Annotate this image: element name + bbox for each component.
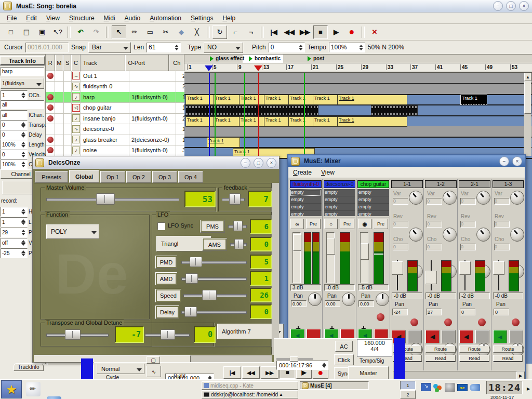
col-mute[interactable]: M	[55, 55, 64, 71]
fader-track[interactable]	[326, 232, 335, 283]
master-button[interactable]: Master	[348, 366, 389, 379]
var-send-knob[interactable]	[476, 191, 490, 205]
length-spinner[interactable]: 100%	[1, 140, 28, 150]
mute-icon[interactable]: ◀	[459, 330, 473, 343]
col-solo[interactable]: S	[63, 55, 71, 71]
midi-part[interactable]: Track 1	[288, 95, 315, 105]
col-channel[interactable]: Ch	[169, 55, 184, 71]
pan-spinner[interactable]: -25	[1, 248, 28, 258]
record-dot[interactable]	[47, 147, 54, 153]
speed-slider[interactable]	[183, 290, 247, 299]
ichan-field[interactable]: all	[1, 110, 28, 120]
midi-part[interactable]: Track 1	[207, 137, 240, 148]
track-oport[interactable]	[129, 71, 176, 82]
forward-icon[interactable]: ▶▶	[261, 366, 278, 379]
tempo-slider[interactable]	[276, 356, 313, 360]
record-dot[interactable]	[47, 115, 54, 122]
minimize-button[interactable]: −	[493, 1, 503, 11]
panel-hide-arrow-icon[interactable]: ▶	[527, 387, 530, 391]
fader-handle[interactable]	[459, 261, 471, 275]
mixer-menu-create[interactable]: Create	[288, 168, 316, 177]
slider-handle[interactable]	[290, 356, 298, 362]
route-button[interactable]: Route	[459, 345, 489, 353]
record-mode-combo[interactable]: Normal	[97, 364, 144, 374]
midi-part[interactable]: Track 1	[185, 116, 216, 127]
record-dot[interactable]	[47, 104, 54, 111]
screenshot-app-icon[interactable]: ✏	[26, 382, 41, 396]
start-menu-button[interactable]: ★	[1, 380, 22, 398]
slider-handle[interactable]	[161, 329, 175, 340]
minimize-button[interactable]: −	[499, 156, 509, 166]
var-send-knob[interactable]	[510, 191, 524, 205]
midi-part[interactable]: Track 1	[313, 95, 339, 105]
close-button[interactable]: ×	[519, 1, 529, 11]
marker-bar[interactable]: glass effect bombastic post	[184, 55, 532, 63]
marker-flag[interactable]	[249, 56, 252, 61]
col-oport[interactable]: O-Port	[125, 55, 169, 71]
scissors-tool-icon[interactable]: ✂	[158, 25, 173, 39]
route-button[interactable]: Route	[425, 345, 456, 353]
slider-handle[interactable]	[190, 257, 202, 267]
pencil-tool-icon[interactable]: ✏	[127, 25, 142, 39]
fader-handle[interactable]	[493, 261, 504, 275]
redo-icon[interactable]: ↷	[89, 25, 103, 39]
scroll-thumb[interactable]	[524, 82, 531, 114]
pan-knob[interactable]	[308, 292, 322, 306]
record-dot[interactable]	[47, 137, 54, 143]
task-muse[interactable]: MusE [4]	[300, 381, 369, 390]
track-name[interactable]: deicsonze-0	[81, 124, 129, 135]
strip-header[interactable]: 1-2	[425, 180, 457, 188]
time-spinner[interactable]: 000:16:17:96	[276, 361, 328, 370]
record-dot[interactable]	[377, 313, 384, 321]
compression-spinner[interactable]: 100%	[1, 159, 28, 169]
fader-handle[interactable]	[327, 238, 335, 255]
fader-handle[interactable]	[361, 243, 369, 260]
drum-part[interactable]	[185, 105, 318, 115]
velocity-spinner[interactable]: 0	[1, 150, 28, 159]
maximize-button[interactable]: □	[506, 1, 516, 11]
table-row[interactable]: ♪ insane banjo 1(fluidsynth-0) 2	[46, 113, 192, 124]
lfo-sync-checkbox[interactable]	[157, 222, 165, 230]
scroll-thumb[interactable]	[34, 355, 191, 363]
tab-global[interactable]: Global	[69, 170, 99, 183]
record-dot[interactable]	[512, 318, 520, 326]
deicsonze-vscrollbar[interactable]	[272, 183, 279, 355]
pre-button[interactable]: Pre	[374, 219, 388, 229]
slider-handle[interactable]	[233, 221, 243, 231]
och-spinner[interactable]: 1	[1, 90, 28, 100]
playhead-marker[interactable]	[205, 65, 213, 71]
track-name[interactable]: harp	[81, 92, 129, 103]
right-locator-marker[interactable]	[254, 65, 262, 71]
rack-slot[interactable]: empty	[357, 211, 389, 218]
col-class[interactable]: C	[71, 55, 81, 71]
pager-desktop-1[interactable]: 1	[400, 381, 416, 390]
slider-handle[interactable]	[234, 239, 244, 249]
rack-slot[interactable]: empty	[357, 204, 389, 211]
whats-this-icon[interactable]: ↖?	[50, 25, 65, 39]
ams-slider[interactable]	[230, 239, 247, 248]
desktop-pager[interactable]: 1 2	[400, 381, 416, 398]
track-name-field[interactable]: harp	[1, 67, 44, 76]
track-name[interactable]: insane banjo	[81, 113, 129, 124]
snap-combo[interactable]: Bar	[88, 42, 131, 53]
strip-header[interactable]: chop guitar	[357, 180, 389, 188]
len-spinner[interactable]: 61	[147, 43, 181, 52]
pitch-spinner[interactable]: 0	[269, 43, 305, 52]
slider-handle[interactable]	[184, 307, 197, 317]
rack-slot[interactable]: empty	[290, 189, 322, 196]
rack-slot[interactable]: empty	[290, 204, 322, 211]
scroll-right-icon[interactable]: ▶	[516, 371, 525, 380]
slider-handle[interactable]	[65, 329, 81, 340]
solo-icon[interactable]	[509, 330, 523, 343]
rev-send-knob[interactable]	[476, 228, 490, 242]
pointer-tool-icon[interactable]: ↖	[112, 25, 126, 39]
task-kate[interactable]: midiseq.cpp - Kate	[202, 381, 298, 390]
midi-part[interactable]: Track 1	[264, 95, 290, 105]
canvas-row-out1[interactable]	[184, 73, 532, 84]
table-row[interactable]: → Out 1 2	[46, 71, 192, 81]
record-arm-icon[interactable]: ○	[324, 219, 338, 229]
volume-spinner[interactable]: off	[1, 238, 28, 248]
route-button[interactable]: Route	[493, 345, 523, 353]
fader-handle[interactable]	[392, 261, 403, 275]
track-name[interactable]: noise	[81, 145, 129, 156]
